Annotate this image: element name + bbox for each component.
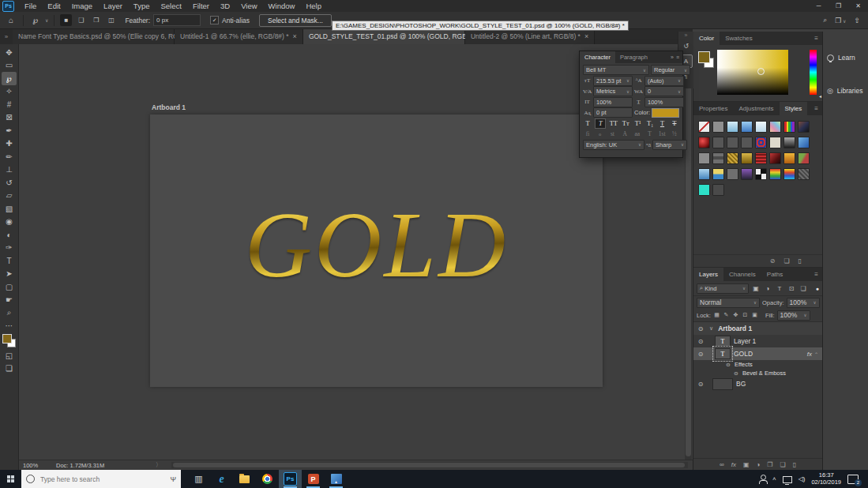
style-swatch[interactable] xyxy=(755,152,767,164)
workspace-switcher-icon[interactable]: ❐ ∨ xyxy=(835,17,846,24)
menu-select[interactable]: Select xyxy=(155,0,186,12)
zoom-tool[interactable]: ⌕ xyxy=(2,306,17,320)
font-family-select[interactable]: Bell MT∨ xyxy=(583,65,649,75)
style-swatch[interactable] xyxy=(698,137,710,148)
filter-smart-objects-icon[interactable]: ❏ xyxy=(798,285,808,292)
tab-properties[interactable]: Properties xyxy=(693,102,733,115)
document-tab[interactable]: Untitled-1 @ 66.7% (ellie, RGB/8#) *× xyxy=(175,28,303,44)
style-swatch[interactable] xyxy=(698,152,710,164)
clone-stamp-tool[interactable]: ⊥ xyxy=(2,163,17,177)
pen-tool[interactable]: ✑ xyxy=(2,242,17,255)
panel-menu-icon[interactable]: ≡ xyxy=(810,268,822,281)
frame-tool[interactable]: ⊠ xyxy=(2,111,17,125)
artboard[interactable]: GOLD xyxy=(150,114,603,387)
style-swatch[interactable] xyxy=(755,168,767,180)
close-button[interactable]: ✕ xyxy=(848,0,868,12)
search-input[interactable] xyxy=(39,475,166,484)
opentype-feature-button[interactable]: ℴ xyxy=(596,130,605,137)
style-swatch[interactable] xyxy=(698,168,710,180)
filter-shape-layers-icon[interactable]: ⊡ xyxy=(787,285,796,292)
filter-toggle-icon[interactable]: ● xyxy=(816,286,819,291)
style-swatch[interactable] xyxy=(798,121,810,133)
marquee-tool[interactable]: ▭ xyxy=(2,59,17,73)
gold-text-layer[interactable]: GOLD xyxy=(245,199,508,292)
learn-panel-button[interactable]: Learn xyxy=(823,51,868,65)
foreground-color-swatch[interactable] xyxy=(698,51,710,63)
layer-row-gold[interactable]: ⊙TGOLDfx⌃ xyxy=(693,347,822,360)
all-caps-button[interactable]: TT xyxy=(609,119,618,128)
menu-file[interactable]: File xyxy=(19,0,42,12)
collapse-panel-icon[interactable]: » xyxy=(671,54,674,60)
opentype-feature-button[interactable]: aa xyxy=(633,130,642,137)
style-swatch[interactable] xyxy=(769,121,781,133)
restore-button[interactable]: ❐ xyxy=(829,0,848,12)
faux-italic-button[interactable]: T xyxy=(595,118,606,129)
menu-edit[interactable]: Edit xyxy=(42,0,66,12)
menu-3d[interactable]: 3D xyxy=(215,0,235,12)
tab-channels[interactable]: Channels xyxy=(723,268,761,281)
status-arrow-icon[interactable]: 〉 xyxy=(151,461,167,469)
new-group-icon[interactable]: ❐ xyxy=(767,461,772,468)
language-select[interactable]: English: UK∨ xyxy=(583,140,644,150)
taskbar-app-edge[interactable]: e xyxy=(210,470,233,488)
healing-brush-tool[interactable]: ✚ xyxy=(2,137,17,151)
style-swatch[interactable] xyxy=(783,168,795,180)
style-swatch[interactable] xyxy=(783,137,795,148)
lock-transparency-icon[interactable]: ▦ xyxy=(713,312,720,318)
clear-style-icon[interactable]: ⊘ xyxy=(770,257,776,265)
fill-select[interactable]: 100%∨ xyxy=(777,310,810,321)
small-caps-button[interactable]: Tᴛ xyxy=(621,119,630,128)
add-selection-mode[interactable]: ❑ xyxy=(75,14,87,26)
font-size-select[interactable]: 215.53 pt∨ xyxy=(593,76,633,86)
horizontal-scrollbar[interactable] xyxy=(171,462,689,468)
select-and-mask-button[interactable]: Select and Mask... xyxy=(259,14,332,27)
blur-tool[interactable]: ◉ xyxy=(2,216,17,229)
shape-tool[interactable]: ▢ xyxy=(2,280,17,294)
tab-styles[interactable]: Styles xyxy=(780,102,808,115)
visibility-eye-icon[interactable]: ⊙ xyxy=(697,338,705,345)
panel-menu-icon[interactable]: ≡ xyxy=(810,102,822,115)
hue-slider[interactable] xyxy=(810,50,817,95)
faux-bold-button[interactable]: T xyxy=(583,119,592,128)
lock-artboard-icon[interactable]: ⊡ xyxy=(742,312,749,318)
path-selection-tool[interactable]: ➤ xyxy=(2,268,17,281)
layer-row-layer-1[interactable]: ⊙TLayer 1 xyxy=(693,335,822,347)
menu-view[interactable]: View xyxy=(235,0,262,12)
volume-icon[interactable]: ◁) xyxy=(798,475,806,482)
panel-menu-icon[interactable]: ≡ xyxy=(810,32,822,45)
underline-button[interactable]: T xyxy=(658,119,667,128)
chevron-down-icon[interactable]: ∨ xyxy=(45,17,48,23)
zoom-level[interactable]: 100% xyxy=(18,462,48,469)
menu-filter[interactable]: Filter xyxy=(187,0,215,12)
style-swatch[interactable] xyxy=(741,137,753,148)
gradient-tool[interactable]: ▧ xyxy=(2,202,17,216)
minimize-button[interactable]: ─ xyxy=(809,0,829,12)
tab-layers[interactable]: Layers xyxy=(693,268,723,281)
lock-all-icon[interactable]: ▣ xyxy=(751,312,758,318)
subscript-button[interactable]: T₁ xyxy=(645,119,655,128)
libraries-panel-button[interactable]: ◎ Libraries xyxy=(823,84,868,98)
visibility-eye-icon[interactable]: ⊙ xyxy=(725,362,731,368)
people-icon[interactable] xyxy=(761,475,766,480)
anti-alias-select[interactable]: Sharp∨ xyxy=(652,140,687,150)
style-swatch[interactable] xyxy=(755,137,767,148)
eraser-tool[interactable]: ▱ xyxy=(2,190,17,203)
new-selection-mode[interactable]: ■ xyxy=(60,14,72,26)
menu-help[interactable]: Help xyxy=(300,0,327,12)
tab-swatches[interactable]: Swatches xyxy=(720,32,758,45)
tracking-select[interactable]: 0∨ xyxy=(644,86,684,96)
style-swatch[interactable] xyxy=(798,168,810,180)
color-gradient-field[interactable] xyxy=(717,50,788,95)
horizontal-scale-field[interactable]: 100% xyxy=(644,97,684,107)
style-swatch[interactable] xyxy=(741,168,753,180)
visibility-eye-icon[interactable]: ⊙ xyxy=(733,370,739,377)
lasso-tool-icon[interactable]: ℘ xyxy=(29,16,42,24)
eyedropper-tool[interactable]: ✒ xyxy=(2,124,17,137)
style-swatch[interactable] xyxy=(727,137,738,148)
layer-style-icon[interactable]: fx xyxy=(731,461,736,468)
lock-position-icon[interactable]: ✥ xyxy=(732,312,739,318)
layer-mask-icon[interactable]: ▣ xyxy=(743,461,750,468)
artboard-label[interactable]: Artboard 1 xyxy=(152,103,186,111)
menu-layer[interactable]: Layer xyxy=(98,0,128,12)
visibility-eye-icon[interactable]: ⊙ xyxy=(697,381,705,388)
